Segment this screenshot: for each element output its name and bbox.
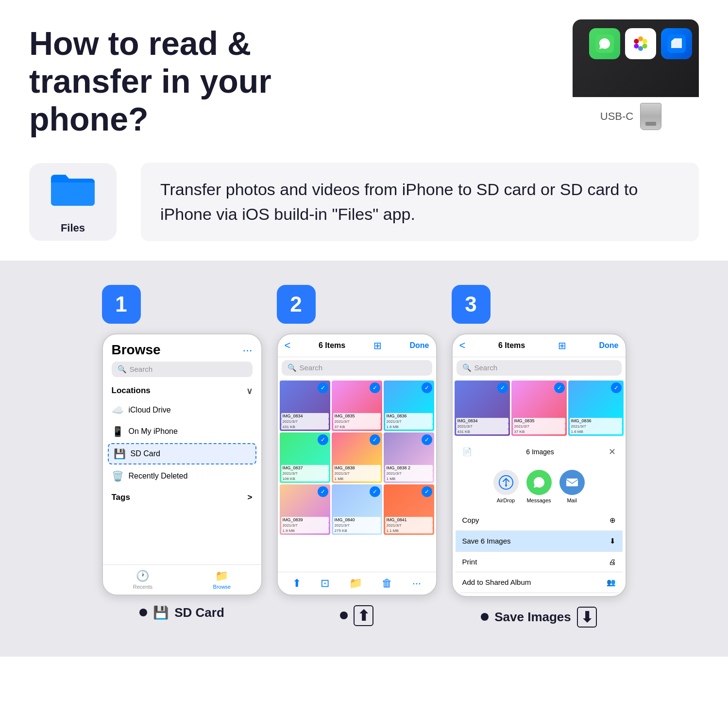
photo-0838[interactable]: ✓ IMG_0838 2021/3/7 1 MB: [332, 432, 382, 483]
photo-check: ✓: [318, 434, 328, 445]
step-1-phone: Browse ··· 🔍 Search Locations ∨ ☁️ iClou…: [102, 333, 262, 596]
photo-0836[interactable]: ✓ IMG_0836 2021/3/7 1.6 MB: [384, 381, 434, 431]
share-apps-row: AirDrop Messages: [456, 463, 623, 510]
photo-0840[interactable]: ✓ IMG_0840 2021/3/7 275 KB: [332, 484, 382, 535]
step-1-label: 💾 SD Card: [139, 605, 224, 620]
steps-section: 1 Browse ··· 🔍 Search Locations ∨ ☁️ iCl…: [0, 261, 728, 657]
step-1-bottom-bar: 🕐 Recents 📁 Browse: [103, 564, 261, 595]
dot-1: [139, 609, 147, 616]
back-icon-3[interactable]: <: [459, 339, 466, 352]
action-shared-album[interactable]: Add to Shared Album 👥: [456, 572, 623, 593]
step-2-label: ⬆: [340, 605, 373, 626]
grid-icon[interactable]: ⊞: [373, 340, 382, 351]
sdcard-label-icon: 💾: [153, 605, 169, 620]
photo-0837[interactable]: ✓ IMG_0837 2021/3/7 106 KB: [280, 432, 330, 483]
share-label-icon: ⬆: [354, 605, 373, 626]
photo-0839[interactable]: ✓ IMG_0839 2021/3/7 1.9 MB: [280, 484, 330, 535]
step-2-search[interactable]: 🔍 Search: [282, 360, 432, 376]
action-print[interactable]: Print 🖨: [456, 552, 623, 572]
search-icon: 🔍: [118, 365, 127, 374]
step-2-phone: < 6 Items ⊞ Done 🔍 Search ✓ IMG_0834 202…: [277, 333, 437, 596]
photo-grid-step3: ✓ IMG_0834 2021/3/7 431 KB ✓ IMG_0835 20…: [453, 379, 626, 438]
step-2-badge: 2: [277, 285, 316, 324]
files-icon-box: Files: [29, 163, 117, 241]
share-doc-icon: 📄: [462, 447, 472, 456]
share-sheet-header: 📄 6 Images ✕: [456, 441, 623, 463]
photo-0834[interactable]: ✓ IMG_0834 2021/3/7 431 KB: [280, 381, 330, 431]
files-app-icon: [661, 28, 692, 59]
step-1-badge: 1: [102, 285, 141, 324]
back-icon[interactable]: <: [285, 339, 291, 352]
photo-0835[interactable]: ✓ IMG_0835 2021/3/7 37 KB: [332, 381, 382, 431]
tab-browse[interactable]: 📁 Browse: [213, 570, 231, 590]
ipad-corner: [573, 19, 699, 97]
grid-icon-3[interactable]: ⊞: [558, 340, 566, 351]
svg-point-6: [634, 44, 639, 49]
top-section: How to read & transfer in your phone?: [0, 0, 728, 148]
step-3-search[interactable]: 🔍 Search: [457, 360, 622, 376]
close-icon[interactable]: ✕: [609, 447, 616, 457]
action-copy[interactable]: Copy ⊕: [456, 510, 623, 531]
sdcard-icon: 💾: [114, 448, 126, 460]
copy-icon: ⊕: [609, 516, 616, 525]
messages-app-icon: [589, 28, 620, 59]
tags-row: Tags >: [103, 487, 261, 508]
usb-c-area: USB-C: [600, 103, 661, 130]
photo-check: ✓: [422, 434, 432, 445]
share-mail[interactable]: Mail: [559, 470, 585, 503]
share-icon[interactable]: ⬆: [292, 577, 301, 590]
location-myiphone[interactable]: 📱 On My iPhone: [103, 421, 261, 442]
photo-check: ✓: [318, 382, 328, 393]
move-icon[interactable]: ⊡: [321, 577, 329, 590]
svg-point-7: [634, 39, 639, 44]
messages-share-icon: [526, 470, 552, 495]
browse-icon: 📁: [215, 570, 228, 582]
browse-search[interactable]: 🔍 Search: [112, 362, 253, 377]
photo-check: ✓: [318, 486, 328, 497]
photo-check-3a: ✓: [497, 382, 508, 393]
location-recently-deleted[interactable]: 🗑️ Recently Deleted: [103, 465, 261, 487]
device-corner: USB-C: [573, 19, 699, 130]
save-images-icon: ⬇: [577, 607, 597, 628]
location-sdcard[interactable]: 💾 SD Card: [108, 443, 256, 464]
page-title: How to read & transfer in your phone?: [29, 24, 369, 138]
step-2-header-title: 6 Items: [319, 341, 345, 350]
usb-c-label: USB-C: [600, 110, 633, 123]
airdrop-icon: [493, 470, 519, 495]
photos-app-icon: [625, 28, 656, 59]
photo-check: ✓: [422, 486, 432, 497]
photo-3-0834[interactable]: ✓ IMG_0834 2021/3/7 431 KB: [455, 381, 510, 436]
share-messages[interactable]: Messages: [526, 470, 552, 503]
share-airdrop[interactable]: AirDrop: [493, 470, 519, 503]
done-button-3[interactable]: Done: [599, 341, 618, 350]
album-icon: 👥: [607, 578, 616, 587]
done-button[interactable]: Done: [409, 341, 429, 350]
step-2: 2 < 6 Items ⊞ Done 🔍 Search ✓ IMG_0834 2…: [277, 285, 437, 628]
svg-rect-12: [566, 479, 578, 486]
delete-icon[interactable]: 🗑: [382, 577, 392, 590]
dot-2: [340, 612, 348, 619]
photo-0841[interactable]: ✓ IMG_0841 2021/3/7 1.1 MB: [384, 484, 434, 535]
photo-check-3b: ✓: [554, 382, 565, 393]
photo-3-0836[interactable]: ✓ IMG_0836 2021/3/7 1.6 MB: [568, 381, 624, 436]
folder-icon[interactable]: 📁: [349, 577, 362, 590]
svg-point-11: [505, 484, 507, 486]
search-icon-3: 🔍: [462, 364, 472, 372]
action-save-images[interactable]: Save 6 Images ⬇: [456, 531, 623, 552]
step-3-phone: < 6 Items ⊞ Done 🔍 Search ✓ IMG_0834 202…: [452, 333, 626, 597]
svg-point-4: [643, 44, 647, 49]
mail-share-icon: [559, 470, 585, 495]
step-3-badge: 3: [452, 285, 491, 324]
location-icloud[interactable]: ☁️ iCloud Drive: [103, 399, 261, 421]
svg-point-5: [638, 46, 643, 51]
photo-3-0835[interactable]: ✓ IMG_0835 2021/3/7 37 KB: [511, 381, 567, 436]
airdrop-label: AirDrop: [497, 497, 515, 503]
search-icon-2: 🔍: [288, 364, 297, 372]
tab-recents[interactable]: 🕐 Recents: [133, 570, 152, 590]
photo-check: ✓: [422, 382, 432, 393]
photo-0838-2[interactable]: ✓ IMG_0838 2 2021/3/7 1 MB: [384, 432, 434, 483]
dot-3: [481, 613, 489, 621]
more-icon[interactable]: ···: [412, 577, 421, 590]
svg-point-8: [639, 42, 643, 46]
mail-share-label: Mail: [567, 497, 576, 503]
